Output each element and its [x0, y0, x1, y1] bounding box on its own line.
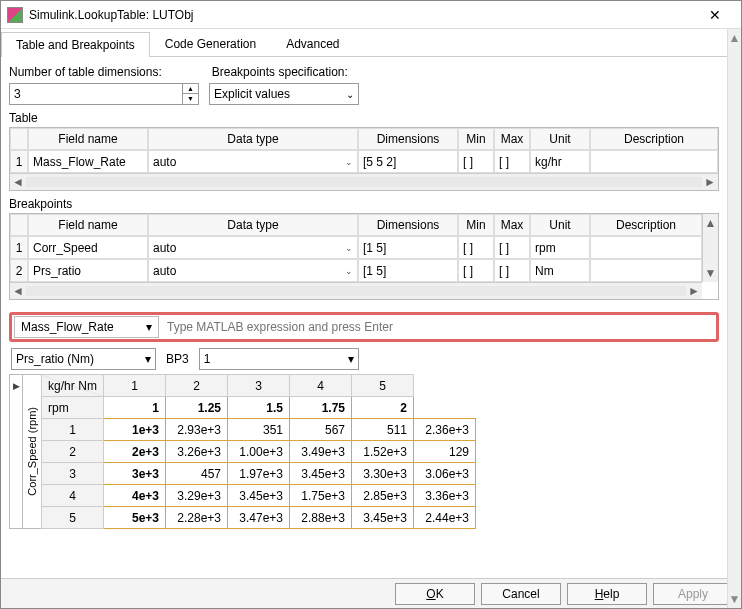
bp-vscroll[interactable]: ▲▼ — [702, 214, 718, 282]
bp3-selector[interactable]: 1 ▾ — [199, 348, 359, 370]
data-cell[interactable]: 1.97e+3 — [228, 463, 290, 485]
breakpoints-grid: Field name Data type Dimensions Min Max … — [9, 213, 719, 300]
col-breakpoint[interactable]: 1.5 — [228, 397, 290, 419]
chevron-down-icon: ⌄ — [345, 157, 353, 167]
bp-min-cell[interactable]: [ ] — [458, 236, 494, 259]
bpspec-value: Explicit values — [214, 87, 290, 101]
data-cell[interactable]: 351 — [228, 419, 290, 441]
col-unit: Unit — [530, 128, 590, 150]
bp-min-cell[interactable]: [ ] — [458, 259, 494, 282]
data-cell[interactable]: 567 — [290, 419, 352, 441]
ok-button[interactable]: OK — [395, 583, 475, 605]
data-cell[interactable]: 1.00e+3 — [228, 441, 290, 463]
help-button[interactable]: Help — [567, 583, 647, 605]
bp-hscroll[interactable]: ◄► — [10, 282, 702, 299]
tab-code-generation[interactable]: Code Generation — [150, 31, 271, 56]
bp-fieldname-cell[interactable]: Corr_Speed — [28, 236, 148, 259]
bp-max-cell[interactable]: [ ] — [494, 259, 530, 282]
col-index: 4 — [290, 375, 352, 397]
apply-button[interactable]: Apply — [653, 583, 733, 605]
bp-datatype-cell[interactable]: auto⌄ — [148, 236, 358, 259]
dropdown-arrow-icon: ▾ — [145, 352, 151, 366]
bp-max-cell[interactable]: [ ] — [494, 236, 530, 259]
data-cell[interactable]: 2.88e+3 — [290, 507, 352, 529]
data-cell[interactable]: 511 — [352, 419, 414, 441]
bp-desc-cell[interactable] — [590, 236, 702, 259]
table-section-label: Table — [9, 111, 719, 125]
row-breakpoint[interactable]: 3e+3 — [104, 463, 166, 485]
dropdown-arrow-icon: ▾ — [348, 352, 354, 366]
table-grid: Field name Data type Dimensions Min Max … — [9, 127, 719, 191]
dialog-buttons: OK Cancel Help Apply — [1, 578, 741, 608]
data-cell[interactable]: 3.30e+3 — [352, 463, 414, 485]
spin-down-icon[interactable]: ▼ — [183, 94, 198, 104]
data-cell[interactable]: 1.75e+3 — [290, 485, 352, 507]
row-breakpoint[interactable]: 4e+3 — [104, 485, 166, 507]
row-index: 1 — [42, 419, 104, 441]
col-breakpoint[interactable]: 1.75 — [290, 397, 352, 419]
field-selector[interactable]: Mass_Flow_Rate ▾ — [14, 316, 159, 338]
bp-desc-cell[interactable] — [590, 259, 702, 282]
data-cell[interactable]: 3.47e+3 — [228, 507, 290, 529]
table-dimensions-cell[interactable]: [5 5 2] — [358, 150, 458, 173]
data-cell[interactable]: 2.36e+3 — [414, 419, 476, 441]
data-cell[interactable]: 3.49e+3 — [290, 441, 352, 463]
bp-unit-cell[interactable]: rpm — [530, 236, 590, 259]
row-breakpoint[interactable]: 5e+3 — [104, 507, 166, 529]
data-cell[interactable]: 2.28e+3 — [166, 507, 228, 529]
data-cell[interactable]: 2.85e+3 — [352, 485, 414, 507]
col-rownum — [10, 128, 28, 150]
data-cell[interactable]: 2.44e+3 — [414, 507, 476, 529]
cancel-button[interactable]: Cancel — [481, 583, 561, 605]
data-cell[interactable]: 2.93e+3 — [166, 419, 228, 441]
data-cell[interactable]: 3.26e+3 — [166, 441, 228, 463]
bp-unit-cell[interactable]: Nm — [530, 259, 590, 282]
data-cell[interactable]: 3.45e+3 — [290, 463, 352, 485]
data-cell[interactable]: 129 — [414, 441, 476, 463]
table-unit-cell[interactable]: kg/hr — [530, 150, 590, 173]
tab-bar: Table and Breakpoints Code Generation Ad… — [1, 31, 741, 57]
spin-up-icon[interactable]: ▲ — [183, 84, 198, 94]
table-hscroll[interactable]: ◄► — [10, 173, 718, 190]
data-cell[interactable]: 3.45e+3 — [352, 507, 414, 529]
col-max: Max — [494, 128, 530, 150]
data-cell[interactable]: 3.45e+3 — [228, 485, 290, 507]
tab-table-breakpoints[interactable]: Table and Breakpoints — [1, 32, 150, 57]
row-breakpoint[interactable]: 2e+3 — [104, 441, 166, 463]
chevron-down-icon: ⌄ — [345, 243, 353, 253]
bp-fieldname-cell[interactable]: Prs_ratio — [28, 259, 148, 282]
col-breakpoint[interactable]: 1.25 — [166, 397, 228, 419]
table-datatype-cell[interactable]: auto⌄ — [148, 150, 358, 173]
chevron-down-icon: ⌄ — [345, 266, 353, 276]
dim2-selector[interactable]: Prs_ratio (Nm) ▾ — [11, 348, 156, 370]
data-cell[interactable]: 3.29e+3 — [166, 485, 228, 507]
bp-dimensions-cell[interactable]: [1 5] — [358, 236, 458, 259]
expand-handle[interactable]: ▶ — [9, 374, 23, 529]
data-cell[interactable]: 3.36e+3 — [414, 485, 476, 507]
row-axis-label: Corr_Speed (rpm) — [23, 374, 41, 529]
bp-row-num: 1 — [10, 236, 28, 259]
table-desc-cell[interactable] — [590, 150, 718, 173]
row-breakpoint[interactable]: 1e+3 — [104, 419, 166, 441]
col-breakpoint[interactable]: 2 — [352, 397, 414, 419]
bp-dimensions-cell[interactable]: [1 5] — [358, 259, 458, 282]
col-index: 3 — [228, 375, 290, 397]
bpspec-select[interactable]: Explicit values ⌄ — [209, 83, 359, 105]
tab-advanced[interactable]: Advanced — [271, 31, 354, 56]
table-min-cell[interactable]: [ ] — [458, 150, 494, 173]
data-cell[interactable]: 3.06e+3 — [414, 463, 476, 485]
close-button[interactable]: ✕ — [695, 7, 735, 23]
app-icon — [7, 7, 23, 23]
dims-label: Number of table dimensions: — [9, 65, 162, 79]
expression-input[interactable] — [159, 316, 716, 338]
col-datatype: Data type — [148, 128, 358, 150]
table-fieldname-cell[interactable]: Mass_Flow_Rate — [28, 150, 148, 173]
window-vscroll[interactable]: ▲▼ — [727, 29, 741, 608]
lookup-data-grid: kg/hrNm 1 2 3 4 5 rpm 1 1.25 1.5 1.75 2 … — [41, 374, 476, 529]
data-cell[interactable]: 457 — [166, 463, 228, 485]
dims-spinner[interactable]: 3 ▲▼ — [9, 83, 199, 105]
bp-datatype-cell[interactable]: auto⌄ — [148, 259, 358, 282]
col-breakpoint[interactable]: 1 — [104, 397, 166, 419]
data-cell[interactable]: 1.52e+3 — [352, 441, 414, 463]
table-max-cell[interactable]: [ ] — [494, 150, 530, 173]
